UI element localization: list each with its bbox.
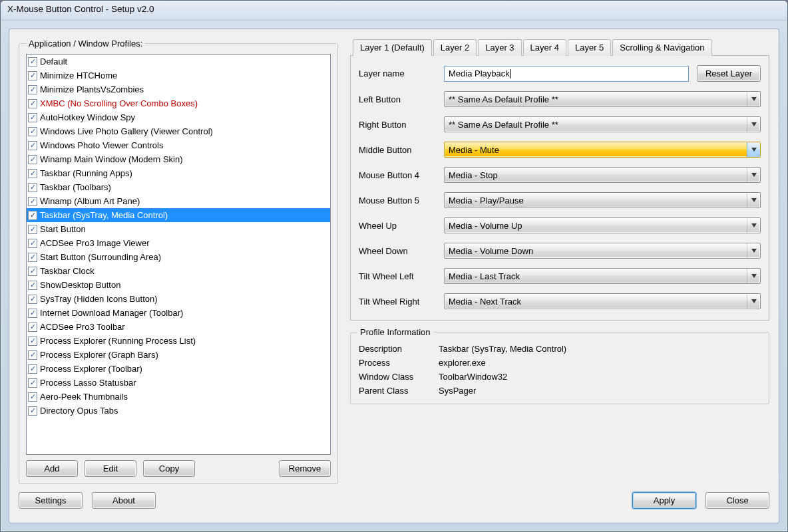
checkbox-icon[interactable] [28, 364, 37, 374]
remove-button[interactable]: Remove [279, 460, 331, 477]
combo-right-button[interactable]: ** Same As Default Profile ** [444, 116, 761, 132]
window-title: X-Mouse Button Control - Setup v2.0 [7, 4, 154, 14]
checkbox-icon[interactable] [28, 309, 37, 318]
checkbox-icon[interactable] [28, 155, 37, 164]
checkbox-icon[interactable] [28, 85, 37, 94]
checkbox-icon[interactable] [28, 225, 37, 234]
checkbox-icon[interactable] [28, 169, 37, 178]
list-item[interactable]: Taskbar (Toolbars) [27, 180, 330, 194]
info-value: explorer.exe [439, 358, 761, 368]
list-item[interactable]: Winamp Main Window (Modern Skin) [27, 152, 330, 166]
combo-mouse-button-4[interactable]: Media - Stop [444, 167, 761, 183]
close-button[interactable]: Close [705, 492, 769, 509]
tab-layer-2[interactable]: Layer 2 [433, 39, 477, 56]
list-item[interactable]: ShowDesktop Button [27, 278, 330, 292]
list-item[interactable]: Default [27, 55, 330, 68]
app-window: X-Mouse Button Control - Setup v2.0 Appl… [0, 0, 788, 532]
info-key: Process [359, 358, 439, 368]
checkbox-icon[interactable] [28, 57, 37, 66]
list-item-label: Taskbar (Toolbars) [40, 182, 111, 192]
list-item[interactable]: Start Button (Surrounding Area) [27, 250, 330, 264]
tab-scrolling-navigation[interactable]: Scrolling & Navigation [612, 39, 711, 56]
field-label: Right Button [359, 120, 444, 130]
checkbox-icon[interactable] [28, 378, 37, 388]
combo-left-button[interactable]: ** Same As Default Profile ** [444, 91, 761, 107]
about-button[interactable]: About [92, 492, 156, 509]
chevron-down-icon [747, 92, 760, 106]
combo-wheel-up[interactable]: Media - Volume Up [444, 217, 761, 233]
list-item[interactable]: Windows Photo Viewer Controls [27, 138, 330, 152]
list-item[interactable]: Minimize PlantsVsZombies [27, 82, 330, 96]
list-item[interactable]: Taskbar Clock [27, 264, 330, 278]
combo-wheel-down[interactable]: Media - Volume Down [444, 243, 761, 259]
combo-mouse-button-5[interactable]: Media - Play/Pause [444, 192, 761, 208]
checkbox-icon[interactable] [28, 392, 37, 402]
checkbox-icon[interactable] [28, 281, 37, 290]
checkbox-icon[interactable] [28, 295, 37, 304]
checkbox-icon[interactable] [28, 350, 37, 360]
list-item[interactable]: Windows Live Photo Gallery (Viewer Contr… [27, 124, 330, 138]
list-item[interactable]: Minimize HTCHome [27, 68, 330, 82]
text-caret [510, 69, 511, 78]
list-item[interactable]: Start Button [27, 222, 330, 236]
list-item-label: Start Button [40, 224, 86, 234]
list-item[interactable]: Taskbar (Running Apps) [27, 166, 330, 180]
checkbox-icon[interactable] [28, 406, 37, 416]
apply-button[interactable]: Apply [632, 492, 696, 509]
list-item[interactable]: ACDSee Pro3 Image Viewer [27, 236, 330, 250]
add-button[interactable]: Add [26, 460, 78, 477]
titlebar[interactable]: X-Mouse Button Control - Setup v2.0 [1, 1, 787, 21]
field-label: Tilt Wheel Right [359, 297, 444, 307]
combo-tilt-wheel-left[interactable]: Media - Last Track [444, 268, 761, 284]
copy-button[interactable]: Copy [143, 460, 195, 477]
list-item[interactable]: ACDSee Pro3 Toolbar [27, 320, 330, 334]
list-item[interactable]: Winamp (Album Art Pane) [27, 194, 330, 208]
list-item[interactable]: SysTray (Hidden Icons Button) [27, 292, 330, 306]
list-item-label: Minimize PlantsVsZombies [40, 84, 144, 94]
checkbox-icon[interactable] [28, 197, 37, 206]
layer-name-input[interactable]: Media Playback [444, 66, 689, 82]
client-area: Application / Window Profiles: DefaultMi… [9, 29, 779, 523]
tab-layer-3[interactable]: Layer 3 [478, 39, 521, 56]
checkbox-icon[interactable] [28, 113, 37, 122]
list-item[interactable]: Process Explorer (Graph Bars) [27, 348, 330, 362]
list-item[interactable]: Process Explorer (Running Process List) [27, 334, 330, 348]
profile-info-group: Profile Information DescriptionTaskbar (… [350, 327, 769, 404]
checkbox-icon[interactable] [28, 336, 37, 346]
tab-layer-5[interactable]: Layer 5 [568, 39, 611, 56]
list-item[interactable]: Process Explorer (Toolbar) [27, 362, 330, 376]
checkbox-icon[interactable] [28, 211, 37, 220]
list-item[interactable]: Process Lasso Statusbar [27, 376, 330, 390]
combo-tilt-wheel-right[interactable]: Media - Next Track [444, 293, 761, 309]
tab-layer-1-default-[interactable]: Layer 1 (Default) [353, 39, 432, 56]
combo-middle-button[interactable]: Media - Mute [444, 142, 761, 158]
list-item[interactable]: AutoHotkey Window Spy [27, 110, 330, 124]
list-item[interactable]: Taskbar (SysTray, Media Control) [27, 208, 330, 222]
reset-layer-button[interactable]: Reset Layer [697, 65, 761, 82]
list-item[interactable]: Directory Opus Tabs [27, 404, 330, 418]
checkbox-icon[interactable] [28, 141, 37, 150]
list-item[interactable]: XMBC (No Scrolling Over Combo Boxes) [27, 96, 330, 110]
profiles-group: Application / Window Profiles: DefaultMi… [19, 39, 338, 484]
checkbox-icon[interactable] [28, 239, 37, 248]
checkbox-icon[interactable] [28, 71, 37, 80]
checkbox-icon[interactable] [28, 99, 37, 108]
chevron-down-icon [747, 218, 760, 233]
checkbox-icon[interactable] [28, 267, 37, 276]
list-item[interactable]: Aero-Peek Thumbnails [27, 390, 330, 404]
checkbox-icon[interactable] [28, 183, 37, 192]
list-item-label: Start Button (Surrounding Area) [40, 252, 161, 262]
settings-button[interactable]: Settings [19, 492, 83, 509]
edit-button[interactable]: Edit [85, 460, 136, 477]
chevron-down-icon [747, 243, 760, 258]
tab-layer-4[interactable]: Layer 4 [523, 39, 566, 56]
checkbox-icon[interactable] [28, 127, 37, 136]
checkbox-icon[interactable] [28, 323, 37, 332]
field-label: Tilt Wheel Left [359, 271, 444, 281]
profiles-listbox[interactable]: DefaultMinimize HTCHomeMinimize PlantsVs… [26, 54, 331, 455]
combo-value: Media - Stop [449, 170, 498, 180]
checkbox-icon[interactable] [28, 253, 37, 262]
chevron-down-icon [747, 294, 760, 309]
list-item[interactable]: Internet Download Manager (Toolbar) [27, 306, 330, 320]
list-item-label: ACDSee Pro3 Image Viewer [40, 238, 150, 248]
